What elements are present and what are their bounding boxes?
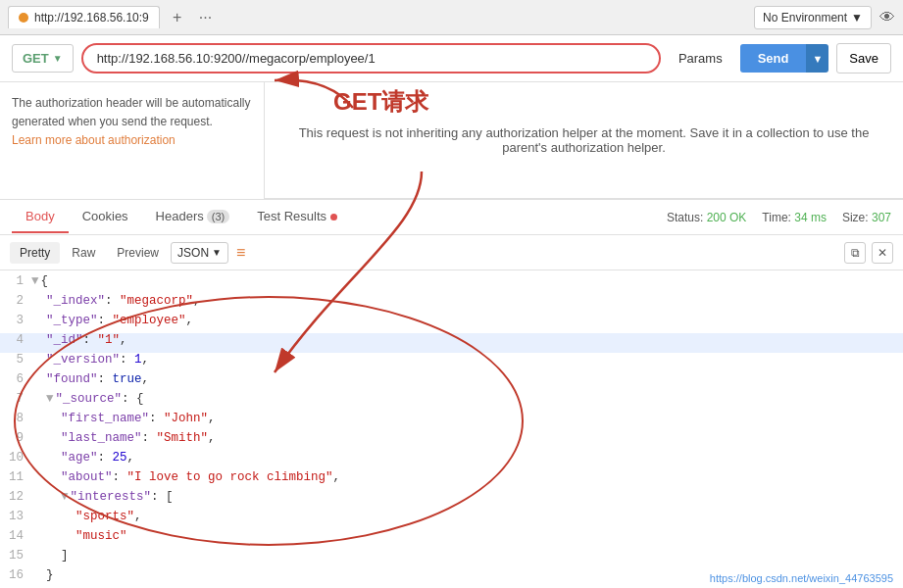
code-line: 16 } <box>0 568 903 584</box>
tab-cookies[interactable]: Cookies <box>69 201 142 233</box>
clear-button[interactable]: ✕ <box>872 242 893 264</box>
code-line: 2 "_index": "megacorp", <box>0 294 903 314</box>
code-line: 7 ▼"_source": { <box>0 392 903 412</box>
tab-more-button[interactable]: ··· <box>195 9 216 26</box>
upper-section: The authorization header will be automat… <box>0 82 903 200</box>
left-panel: The authorization header will be automat… <box>0 82 265 199</box>
url-bar-row: GET ▼ http://192.168.56.10:9200//megacor… <box>0 35 903 82</box>
status-value: 200 OK <box>707 211 747 224</box>
time-info: Time: 34 ms <box>762 211 827 224</box>
status-info: Status: 200 OK Time: 34 ms Size: 307 <box>667 211 891 224</box>
code-line: 9 "last_name": "Smith", <box>0 431 903 451</box>
new-tab-button[interactable]: + <box>166 6 189 29</box>
code-line: 11 "about": "I love to go rock climbing"… <box>0 470 903 490</box>
code-line-highlighted: 4 "_id": "1", <box>0 333 903 353</box>
code-area[interactable]: 1 ▼{ 2 "_index": "megacorp", 3 "_type": … <box>0 270 903 584</box>
filter-icon[interactable]: ≡ <box>236 244 245 262</box>
learn-more-link[interactable]: Learn more about authorization <box>12 133 176 147</box>
right-panel: This request is not inheriting any autho… <box>265 82 903 199</box>
method-chevron-icon: ▼ <box>53 53 63 64</box>
auth-description: The authorization header will be automat… <box>12 94 252 151</box>
tab-headers[interactable]: Headers(3) <box>142 201 244 233</box>
eye-icon[interactable]: 👁 <box>879 9 895 26</box>
json-format-select[interactable]: JSON ▼ <box>171 242 228 264</box>
code-line: 15 ] <box>0 549 903 568</box>
send-btn-group: Send ▼ <box>740 44 829 73</box>
tab-dot <box>19 13 28 23</box>
send-dropdown-button[interactable]: ▼ <box>806 44 828 73</box>
method-label: GET <box>23 51 49 66</box>
tab-label: http://192.168.56.10:9 <box>34 11 149 24</box>
size-info: Size: 307 <box>842 211 891 224</box>
code-line: 6 "found": true, <box>0 372 903 392</box>
code-line: 14 "music" <box>0 529 903 549</box>
code-line: 13 "sports", <box>0 510 903 529</box>
params-button[interactable]: Params <box>669 45 732 72</box>
code-line: 5 "_version": 1, <box>0 353 903 372</box>
code-line: 10 "age": 25, <box>0 451 903 470</box>
env-selector: No Environment ▼ 👁 <box>754 6 895 29</box>
tab-test-results[interactable]: Test Results <box>243 201 351 233</box>
url-input[interactable]: http://192.168.56.10:9200//megacorp/empl… <box>81 43 661 74</box>
json-chevron-icon: ▼ <box>212 247 222 258</box>
code-line: 3 "_type": "employee", <box>0 314 903 333</box>
copy-icons: ⧉ ✕ <box>844 242 893 264</box>
response-tabs-row: Body Cookies Headers(3) Test Results Sta… <box>0 200 903 235</box>
code-line: 12 ▼"interests": [ <box>0 490 903 510</box>
active-tab[interactable]: http://192.168.56.10:9 <box>8 6 160 28</box>
env-dropdown[interactable]: No Environment ▼ <box>754 6 872 29</box>
code-line: 1 ▼{ <box>0 274 903 294</box>
test-results-dot <box>330 214 337 220</box>
auth-info-text: This request is not inheriting any autho… <box>280 125 887 155</box>
code-line: 8 "first_name": "John", <box>0 412 903 431</box>
fmt-tab-pretty[interactable]: Pretty <box>10 242 60 264</box>
status-label: Status: 200 OK <box>667 211 746 224</box>
send-button[interactable]: Send <box>740 44 807 73</box>
save-button[interactable]: Save <box>836 43 891 74</box>
env-label: No Environment <box>763 11 847 24</box>
page-lower: The authorization header will be automat… <box>0 82 903 584</box>
copy-button[interactable]: ⧉ <box>844 242 866 264</box>
method-select[interactable]: GET ▼ <box>12 44 74 73</box>
fmt-tab-preview[interactable]: Preview <box>107 242 169 264</box>
url-text: http://192.168.56.10:9200//megacorp/empl… <box>97 51 376 66</box>
browser-tab-bar: http://192.168.56.10:9 + ··· No Environm… <box>0 0 903 35</box>
format-tabs-row: Pretty Raw Preview JSON ▼ ≡ ⧉ ✕ <box>0 235 903 270</box>
tab-body[interactable]: Body <box>12 201 69 233</box>
fmt-tab-raw[interactable]: Raw <box>62 242 105 264</box>
headers-count-badge: (3) <box>207 210 229 223</box>
chevron-down-icon: ▼ <box>851 11 863 24</box>
